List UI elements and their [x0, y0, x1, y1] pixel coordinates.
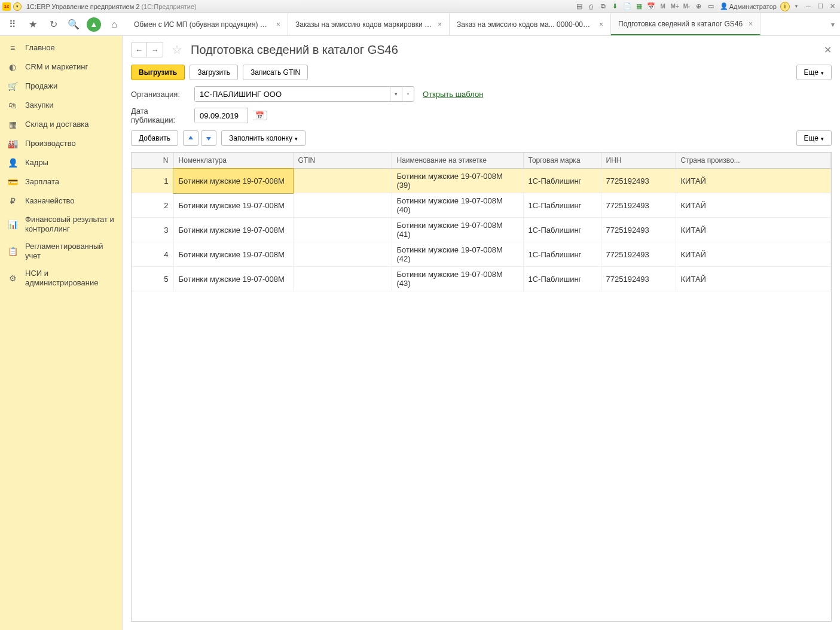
maximize-icon[interactable]: ☐	[815, 1, 826, 12]
tab-close-icon[interactable]: ×	[438, 20, 442, 29]
column-header[interactable]: N	[132, 153, 173, 169]
cell-gtin[interactable]	[293, 169, 392, 193]
fill-column-button[interactable]: Заполнить колонку▾	[221, 130, 306, 146]
sidebar-item-4[interactable]: ▦Склад и доставка	[0, 115, 122, 134]
tab-close-icon[interactable]: ×	[599, 20, 603, 29]
import-button[interactable]: Загрузить	[190, 65, 238, 80]
sidebar-item-9[interactable]: 📊Финансовый результат и контроллинг	[0, 211, 122, 238]
zoom-icon[interactable]: ⊕	[694, 1, 704, 12]
sidebar-item-8[interactable]: ₽Казначейство	[0, 191, 122, 211]
table-row[interactable]: 2Ботинки мужские 19-07-008МБотинки мужск…	[132, 193, 831, 218]
cell-name[interactable]: Ботинки мужские 19-07-008М (43)	[392, 267, 523, 291]
sidebar-item-3[interactable]: 🛍Закупки	[0, 96, 122, 115]
write-gtin-button[interactable]: Записать GTIN	[243, 65, 308, 80]
star-icon[interactable]: ★	[23, 13, 43, 36]
move-down-button[interactable]	[201, 130, 216, 146]
cell-inn[interactable]: 7725192493	[601, 169, 676, 193]
tab-3[interactable]: Подготовка сведений в каталог GS46×	[611, 13, 760, 35]
page-close-icon[interactable]: ✕	[824, 44, 832, 56]
cell-inn[interactable]: 7725192493	[601, 267, 676, 291]
windows-icon[interactable]: ▭	[705, 1, 716, 12]
open-template-link[interactable]: Открыть шаблон	[423, 90, 483, 99]
cell-brand[interactable]: 1С-Паблишинг	[523, 267, 601, 291]
cell-nomenclature[interactable]: Ботинки мужские 19-07-008М	[173, 218, 293, 242]
sidebar-item-6[interactable]: 👤Кадры	[0, 153, 122, 172]
cell-brand[interactable]: 1С-Паблишинг	[523, 218, 601, 242]
favorite-star-icon[interactable]: ☆	[172, 42, 182, 57]
cell-inn[interactable]: 7725192493	[601, 218, 676, 242]
cell-gtin[interactable]	[293, 193, 392, 218]
move-up-button[interactable]	[183, 130, 198, 146]
column-header[interactable]: ИНН	[601, 153, 676, 169]
tab-close-icon[interactable]: ×	[749, 20, 753, 28]
org-input[interactable]	[195, 87, 390, 101]
tab-0[interactable]: Обмен с ИС МП (обувная продукция) и ...×	[127, 13, 288, 35]
sidebar-item-5[interactable]: 🏭Производство	[0, 134, 122, 153]
tab-close-icon[interactable]: ×	[276, 20, 280, 29]
cell-country[interactable]: КИТАЙ	[676, 193, 831, 218]
calc-icon[interactable]: ⬇	[610, 1, 621, 12]
sidebar-item-11[interactable]: ⚙НСИ и администрирование	[0, 264, 122, 291]
search-icon[interactable]: 🔍	[63, 13, 84, 36]
sidebar-item-1[interactable]: ◐CRM и маркетинг	[0, 57, 122, 77]
column-header[interactable]: Наименование на этикетке	[392, 153, 523, 169]
preview-icon[interactable]: ▤	[574, 1, 585, 12]
more-actions-button[interactable]: Еще▾	[796, 65, 832, 80]
cell-country[interactable]: КИТАЙ	[676, 267, 831, 291]
info-icon[interactable]: i	[780, 2, 790, 11]
minimize-icon[interactable]: ─	[803, 1, 814, 12]
cell-inn[interactable]: 7725192493	[601, 242, 676, 267]
doc-icon[interactable]: 📄	[622, 1, 633, 12]
bell-icon[interactable]: ▲	[87, 17, 101, 32]
cell-name[interactable]: Ботинки мужские 19-07-008М (42)	[392, 242, 523, 267]
column-header[interactable]: Номенклатура	[173, 153, 293, 169]
sidebar-item-7[interactable]: 💳Зарплата	[0, 172, 122, 191]
cell-gtin[interactable]	[293, 267, 392, 291]
m-minus-icon[interactable]: M-	[682, 1, 692, 12]
pubdate-input[interactable]	[195, 108, 248, 123]
cell-name[interactable]: Ботинки мужские 19-07-008М (41)	[392, 218, 523, 242]
m-plus-icon[interactable]: M+	[670, 1, 680, 12]
history-icon[interactable]: ↻	[43, 13, 63, 36]
table-row[interactable]: 4Ботинки мужские 19-07-008МБотинки мужск…	[132, 242, 831, 267]
cell-nomenclature[interactable]: Ботинки мужские 19-07-008М	[173, 169, 293, 193]
cell-brand[interactable]: 1С-Паблишинг	[523, 242, 601, 267]
cell-brand[interactable]: 1С-Паблишинг	[523, 193, 601, 218]
cell-name[interactable]: Ботинки мужские 19-07-008М (39)	[392, 169, 523, 193]
cell-gtin[interactable]	[293, 242, 392, 267]
cell-country[interactable]: КИТАЙ	[676, 242, 831, 267]
dropdown-icon[interactable]: ▾	[791, 1, 802, 12]
sidebar-item-2[interactable]: 🛒Продажи	[0, 77, 122, 96]
add-row-button[interactable]: Добавить	[131, 130, 178, 146]
cell-brand[interactable]: 1С-Паблишинг	[523, 169, 601, 193]
cell-country[interactable]: КИТАЙ	[676, 169, 831, 193]
forward-button[interactable]: →	[147, 42, 163, 57]
column-header[interactable]: Страна произво...	[676, 153, 831, 169]
org-open-icon[interactable]: ▫	[402, 87, 414, 101]
tab-2[interactable]: Заказ на эмиссию кодов ма... 0000-000168…	[450, 13, 611, 35]
sidebar-item-0[interactable]: ≡Главное	[0, 38, 122, 57]
cell-inn[interactable]: 7725192493	[601, 193, 676, 218]
grid-more-button[interactable]: Еще▾	[796, 130, 832, 146]
cell-nomenclature[interactable]: Ботинки мужские 19-07-008М	[173, 267, 293, 291]
m-icon[interactable]: M	[658, 1, 668, 12]
print-icon[interactable]: ⎙	[586, 1, 597, 12]
back-button[interactable]: ←	[132, 42, 147, 57]
close-window-icon[interactable]: ✕	[827, 1, 838, 12]
cell-nomenclature[interactable]: Ботинки мужские 19-07-008М	[173, 242, 293, 267]
export-button[interactable]: Выгрузить	[131, 65, 185, 80]
column-header[interactable]: Торговая марка	[523, 153, 601, 169]
table-row[interactable]: 5Ботинки мужские 19-07-008МБотинки мужск…	[132, 267, 831, 291]
data-grid[interactable]: NНоменклатураGTINНаименование на этикетк…	[131, 152, 832, 622]
grid-icon[interactable]: ▦	[634, 1, 644, 12]
cell-gtin[interactable]	[293, 218, 392, 242]
table-row[interactable]: 1Ботинки мужские 19-07-008МБотинки мужск…	[132, 169, 831, 193]
org-dropdown-icon[interactable]: ▾	[390, 87, 402, 101]
cell-name[interactable]: Ботинки мужские 19-07-008М (40)	[392, 193, 523, 218]
cell-country[interactable]: КИТАЙ	[676, 218, 831, 242]
tab-1[interactable]: Заказы на эмиссию кодов маркировки С...×	[288, 13, 450, 35]
column-header[interactable]: GTIN	[293, 153, 392, 169]
calendar-picker-icon[interactable]: 📅	[253, 111, 267, 120]
tabs-overflow[interactable]: ▾	[826, 13, 840, 35]
sidebar-item-10[interactable]: 📋Регламентированный учет	[0, 238, 122, 264]
